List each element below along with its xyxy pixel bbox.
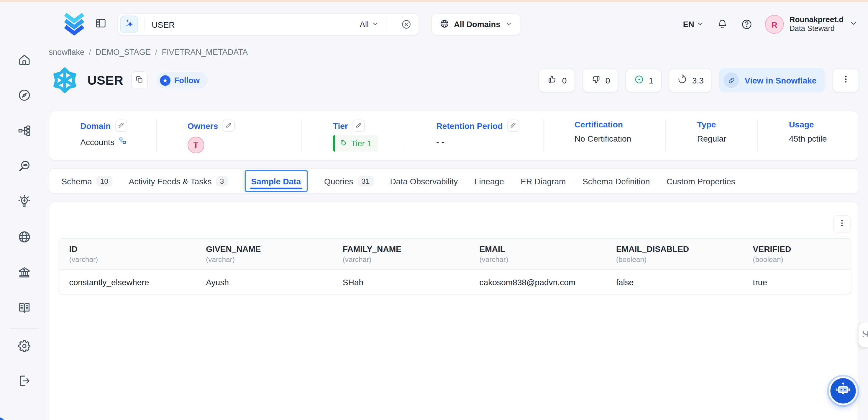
column-header-email-disabled[interactable]: EMAIL_DISABLED (boolean) bbox=[606, 239, 743, 269]
column-type: (boolean) bbox=[616, 255, 739, 263]
search-input[interactable] bbox=[152, 20, 360, 29]
watchers-button[interactable]: 1 bbox=[626, 68, 662, 93]
sidebar-item-insights[interactable] bbox=[17, 196, 32, 210]
sidebar-item-home[interactable] bbox=[17, 54, 32, 68]
language-selector[interactable]: EN bbox=[683, 20, 704, 29]
sidebar-toggle-button[interactable] bbox=[93, 17, 108, 32]
edit-domain-button[interactable] bbox=[115, 119, 127, 131]
bottom-left-widget-sliver[interactable] bbox=[0, 417, 4, 420]
column-header-email[interactable]: EMAIL (varchar) bbox=[469, 239, 607, 269]
edit-owners-button[interactable] bbox=[222, 119, 235, 131]
owner-avatar[interactable]: T bbox=[188, 137, 204, 153]
user-name: Rounakpreet.d bbox=[789, 15, 843, 25]
property-usage: Usage 45th pctile bbox=[758, 111, 859, 160]
all-domains-selector[interactable]: All Domains bbox=[431, 13, 521, 35]
top-accent-line bbox=[0, 0, 868, 2]
sample-data-menu-button[interactable] bbox=[833, 215, 851, 233]
asset-more-menu-button[interactable] bbox=[833, 68, 859, 93]
user-avatar: R bbox=[765, 15, 784, 34]
property-retention: Retention Period - - bbox=[405, 111, 544, 160]
help-button[interactable] bbox=[741, 18, 753, 30]
column-name: FAMILY_NAME bbox=[343, 244, 465, 253]
thumbs-up-icon bbox=[547, 74, 558, 86]
tab-label: Lineage bbox=[474, 176, 504, 186]
topbar-right-group: EN R Rounakpreet.d Data Steward bbox=[683, 15, 868, 34]
global-search-bar[interactable]: All bbox=[117, 13, 419, 35]
thumbs-down-icon bbox=[590, 74, 601, 86]
column-header-family-name[interactable]: FAMILY_NAME (varchar) bbox=[333, 239, 469, 269]
tab-lineage[interactable]: Lineage bbox=[474, 169, 504, 193]
copy-name-button[interactable] bbox=[131, 71, 148, 89]
panel-left-icon bbox=[95, 17, 107, 32]
follow-label: Follow bbox=[174, 76, 200, 85]
view-in-snowflake-button[interactable]: View in Snowflake bbox=[719, 68, 826, 93]
tab-data-observability[interactable]: Data Observability bbox=[390, 169, 458, 193]
column-type: (varchar) bbox=[206, 255, 328, 263]
edit-tier-button[interactable] bbox=[352, 119, 365, 131]
tab-sample-data[interactable]: Sample Data bbox=[245, 170, 308, 192]
breadcrumb-schema[interactable]: FIVETRAN_METADATA bbox=[162, 48, 248, 56]
user-menu[interactable]: R Rounakpreet.d Data Steward bbox=[765, 15, 858, 34]
star-icon: ★ bbox=[160, 75, 170, 86]
edit-retention-button[interactable] bbox=[507, 119, 519, 131]
ai-chatbot-button[interactable] bbox=[829, 376, 858, 405]
sidebar-item-governance[interactable] bbox=[17, 266, 32, 281]
breadcrumb-connection[interactable]: snowflake bbox=[49, 48, 84, 56]
asset-header: USER ★ Follow 0 0 1 bbox=[49, 64, 859, 96]
property-domain: Domain Accounts bbox=[49, 111, 157, 160]
all-domains-label: All Domains bbox=[454, 20, 500, 29]
tab-schema-definition[interactable]: Schema Definition bbox=[583, 169, 650, 193]
column-header-verified[interactable]: VERIFIED (boolean) bbox=[743, 239, 851, 269]
main-content: snowflake / DEMO_STAGE / FIVETRAN_METADA… bbox=[49, 47, 859, 420]
breadcrumb-database[interactable]: DEMO_STAGE bbox=[96, 48, 151, 56]
certification-label: Certification bbox=[575, 119, 623, 129]
atlan-logo[interactable] bbox=[61, 11, 87, 38]
sidebar-item-logout[interactable] bbox=[17, 375, 32, 389]
sidebar-item-glossary[interactable] bbox=[17, 302, 32, 316]
left-nav-sidebar bbox=[0, 2, 49, 420]
downvote-button[interactable]: 0 bbox=[582, 68, 618, 93]
ai-sparkles-chip[interactable] bbox=[120, 16, 138, 33]
tab-queries[interactable]: Queries 31 bbox=[324, 169, 373, 193]
tab-custom-properties[interactable]: Custom Properties bbox=[666, 169, 735, 193]
user-role: Data Steward bbox=[789, 25, 843, 34]
property-owners: Owners T bbox=[157, 111, 302, 160]
sidebar-item-domains[interactable] bbox=[17, 231, 32, 245]
sidebar-item-discover[interactable] bbox=[17, 89, 32, 103]
popularity-button[interactable]: 3.3 bbox=[669, 68, 712, 93]
circle-dot-icon bbox=[634, 74, 645, 86]
kebab-icon bbox=[841, 74, 851, 86]
tab-activity-feeds-tasks[interactable]: Activity Feeds & Tasks 3 bbox=[129, 169, 228, 193]
column-header-id[interactable]: ID (varchar) bbox=[59, 239, 196, 269]
certification-value: No Certification bbox=[575, 134, 631, 143]
property-type: Type Regular bbox=[666, 111, 758, 160]
tab-label: Data Observability bbox=[390, 176, 458, 186]
sidebar-item-observability[interactable] bbox=[17, 160, 32, 174]
domain-value[interactable]: Accounts bbox=[80, 137, 115, 147]
bank-icon bbox=[17, 265, 32, 282]
sidebar-item-lineage[interactable] bbox=[17, 124, 32, 139]
breadcrumb: snowflake / DEMO_STAGE / FIVETRAN_METADA… bbox=[49, 48, 859, 56]
column-header-given-name[interactable]: GIVEN_NAME (varchar) bbox=[196, 239, 333, 269]
breadcrumb-separator: / bbox=[155, 48, 157, 56]
notifications-button[interactable] bbox=[716, 18, 728, 30]
circle-x-icon bbox=[401, 22, 412, 32]
watchers-count: 1 bbox=[649, 76, 654, 85]
tab-label: Custom Properties bbox=[666, 176, 735, 186]
tab-label: Sample Data bbox=[251, 176, 301, 186]
upvote-button[interactable]: 0 bbox=[539, 68, 575, 93]
search-clear-button[interactable] bbox=[401, 19, 412, 30]
follow-button[interactable]: ★ Follow bbox=[157, 72, 208, 88]
sample-data-table: ID (varchar) GIVEN_NAME (varchar) FAMILY… bbox=[59, 238, 851, 295]
tab-er-diagram[interactable]: ER Diagram bbox=[521, 169, 566, 193]
globe-icon bbox=[439, 19, 450, 30]
tab-schema[interactable]: Schema 10 bbox=[61, 169, 112, 193]
lightbulb-icon bbox=[17, 194, 32, 211]
feedback-edge-tab[interactable] bbox=[859, 323, 868, 347]
owners-label: Owners bbox=[188, 121, 218, 130]
search-scope-dropdown[interactable]: All bbox=[360, 20, 379, 29]
tier-badge[interactable]: Tier 1 bbox=[333, 135, 378, 152]
chevron-down-icon bbox=[371, 20, 379, 29]
column-name: VERIFIED bbox=[753, 244, 846, 253]
sidebar-item-settings[interactable] bbox=[17, 340, 32, 354]
